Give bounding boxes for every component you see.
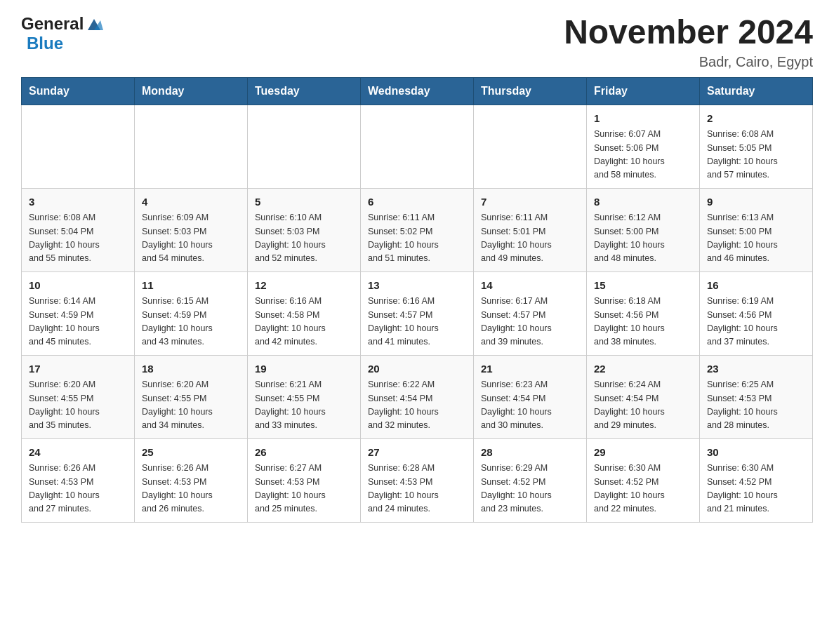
day-info: Sunrise: 6:16 AM Sunset: 4:58 PM Dayligh… <box>255 295 353 349</box>
calendar-cell: 7Sunrise: 6:11 AM Sunset: 5:01 PM Daylig… <box>474 188 587 271</box>
day-number: 10 <box>29 278 127 294</box>
day-header-tuesday: Tuesday <box>248 77 361 105</box>
day-number: 13 <box>368 278 466 294</box>
day-header-friday: Friday <box>587 77 700 105</box>
calendar-header: SundayMondayTuesdayWednesdayThursdayFrid… <box>22 77 813 105</box>
day-number: 26 <box>255 445 353 461</box>
calendar-title: November 2024 <box>564 14 813 51</box>
logo-general-text: General <box>21 14 84 34</box>
week-row-4: 17Sunrise: 6:20 AM Sunset: 4:55 PM Dayli… <box>22 355 813 438</box>
calendar-table: SundayMondayTuesdayWednesdayThursdayFrid… <box>21 77 813 523</box>
title-block: November 2024 Badr, Cairo, Egypt <box>564 14 813 70</box>
calendar-cell: 5Sunrise: 6:10 AM Sunset: 5:03 PM Daylig… <box>248 188 361 271</box>
day-info: Sunrise: 6:15 AM Sunset: 4:59 PM Dayligh… <box>142 295 240 349</box>
calendar-cell: 19Sunrise: 6:21 AM Sunset: 4:55 PM Dayli… <box>248 355 361 438</box>
day-info: Sunrise: 6:08 AM Sunset: 5:05 PM Dayligh… <box>707 128 805 182</box>
day-number: 5 <box>255 194 353 210</box>
day-info: Sunrise: 6:11 AM Sunset: 5:01 PM Dayligh… <box>481 211 579 266</box>
day-info: Sunrise: 6:30 AM Sunset: 4:52 PM Dayligh… <box>707 462 805 516</box>
day-info: Sunrise: 6:26 AM Sunset: 4:53 PM Dayligh… <box>142 462 240 516</box>
day-info: Sunrise: 6:12 AM Sunset: 5:00 PM Dayligh… <box>594 211 692 266</box>
calendar-cell: 1Sunrise: 6:07 AM Sunset: 5:06 PM Daylig… <box>587 105 700 188</box>
day-number: 21 <box>481 361 579 377</box>
day-info: Sunrise: 6:18 AM Sunset: 4:56 PM Dayligh… <box>594 295 692 349</box>
calendar-cell: 15Sunrise: 6:18 AM Sunset: 4:56 PM Dayli… <box>587 271 700 355</box>
day-info: Sunrise: 6:20 AM Sunset: 4:55 PM Dayligh… <box>142 378 240 433</box>
day-number: 20 <box>368 361 466 377</box>
day-info: Sunrise: 6:11 AM Sunset: 5:02 PM Dayligh… <box>368 211 466 266</box>
day-number: 14 <box>481 278 579 294</box>
day-header-saturday: Saturday <box>700 77 813 105</box>
day-number: 19 <box>255 361 353 377</box>
day-info: Sunrise: 6:30 AM Sunset: 4:52 PM Dayligh… <box>594 462 692 516</box>
day-info: Sunrise: 6:17 AM Sunset: 4:57 PM Dayligh… <box>481 295 579 349</box>
calendar-cell: 30Sunrise: 6:30 AM Sunset: 4:52 PM Dayli… <box>700 438 813 522</box>
calendar-cell: 29Sunrise: 6:30 AM Sunset: 4:52 PM Dayli… <box>587 438 700 522</box>
day-info: Sunrise: 6:09 AM Sunset: 5:03 PM Dayligh… <box>142 211 240 266</box>
day-info: Sunrise: 6:10 AM Sunset: 5:03 PM Dayligh… <box>255 211 353 266</box>
day-number: 3 <box>29 194 127 210</box>
day-number: 12 <box>255 278 353 294</box>
calendar-cell <box>361 105 474 188</box>
calendar-cell: 26Sunrise: 6:27 AM Sunset: 4:53 PM Dayli… <box>248 438 361 522</box>
calendar-cell: 17Sunrise: 6:20 AM Sunset: 4:55 PM Dayli… <box>22 355 135 438</box>
day-number: 30 <box>707 445 805 461</box>
day-number: 8 <box>594 194 692 210</box>
day-number: 9 <box>707 194 805 210</box>
day-info: Sunrise: 6:08 AM Sunset: 5:04 PM Dayligh… <box>29 211 127 266</box>
day-number: 7 <box>481 194 579 210</box>
day-header-thursday: Thursday <box>474 77 587 105</box>
day-header-sunday: Sunday <box>22 77 135 105</box>
week-row-5: 24Sunrise: 6:26 AM Sunset: 4:53 PM Dayli… <box>22 438 813 522</box>
day-info: Sunrise: 6:14 AM Sunset: 4:59 PM Dayligh… <box>29 295 127 349</box>
calendar-cell: 10Sunrise: 6:14 AM Sunset: 4:59 PM Dayli… <box>22 271 135 355</box>
day-number: 2 <box>707 111 805 127</box>
calendar-cell: 16Sunrise: 6:19 AM Sunset: 4:56 PM Dayli… <box>700 271 813 355</box>
day-number: 28 <box>481 445 579 461</box>
day-header-monday: Monday <box>135 77 248 105</box>
calendar-cell <box>135 105 248 188</box>
calendar-cell: 18Sunrise: 6:20 AM Sunset: 4:55 PM Dayli… <box>135 355 248 438</box>
week-row-2: 3Sunrise: 6:08 AM Sunset: 5:04 PM Daylig… <box>22 188 813 271</box>
calendar-cell <box>474 105 587 188</box>
day-info: Sunrise: 6:25 AM Sunset: 4:53 PM Dayligh… <box>707 378 805 433</box>
day-header-wednesday: Wednesday <box>361 77 474 105</box>
day-number: 27 <box>368 445 466 461</box>
calendar-cell: 2Sunrise: 6:08 AM Sunset: 5:05 PM Daylig… <box>700 105 813 188</box>
day-number: 22 <box>594 361 692 377</box>
day-info: Sunrise: 6:24 AM Sunset: 4:54 PM Dayligh… <box>594 378 692 433</box>
calendar-body: 1Sunrise: 6:07 AM Sunset: 5:06 PM Daylig… <box>22 105 813 522</box>
day-number: 24 <box>29 445 127 461</box>
day-number: 4 <box>142 194 240 210</box>
day-info: Sunrise: 6:07 AM Sunset: 5:06 PM Dayligh… <box>594 128 692 182</box>
calendar-cell: 4Sunrise: 6:09 AM Sunset: 5:03 PM Daylig… <box>135 188 248 271</box>
day-number: 16 <box>707 278 805 294</box>
day-info: Sunrise: 6:21 AM Sunset: 4:55 PM Dayligh… <box>255 378 353 433</box>
calendar-cell: 14Sunrise: 6:17 AM Sunset: 4:57 PM Dayli… <box>474 271 587 355</box>
calendar-cell: 23Sunrise: 6:25 AM Sunset: 4:53 PM Dayli… <box>700 355 813 438</box>
day-number: 6 <box>368 194 466 210</box>
calendar-cell: 11Sunrise: 6:15 AM Sunset: 4:59 PM Dayli… <box>135 271 248 355</box>
calendar-cell: 21Sunrise: 6:23 AM Sunset: 4:54 PM Dayli… <box>474 355 587 438</box>
week-row-3: 10Sunrise: 6:14 AM Sunset: 4:59 PM Dayli… <box>22 271 813 355</box>
calendar-cell: 13Sunrise: 6:16 AM Sunset: 4:57 PM Dayli… <box>361 271 474 355</box>
day-info: Sunrise: 6:29 AM Sunset: 4:52 PM Dayligh… <box>481 462 579 516</box>
day-number: 11 <box>142 278 240 294</box>
calendar-cell: 27Sunrise: 6:28 AM Sunset: 4:53 PM Dayli… <box>361 438 474 522</box>
calendar-cell <box>22 105 135 188</box>
logo-icon <box>85 15 103 33</box>
day-number: 23 <box>707 361 805 377</box>
day-info: Sunrise: 6:23 AM Sunset: 4:54 PM Dayligh… <box>481 378 579 433</box>
day-info: Sunrise: 6:26 AM Sunset: 4:53 PM Dayligh… <box>29 462 127 516</box>
calendar-cell: 25Sunrise: 6:26 AM Sunset: 4:53 PM Dayli… <box>135 438 248 522</box>
calendar-cell: 9Sunrise: 6:13 AM Sunset: 5:00 PM Daylig… <box>700 188 813 271</box>
calendar-cell: 28Sunrise: 6:29 AM Sunset: 4:52 PM Dayli… <box>474 438 587 522</box>
day-number: 15 <box>594 278 692 294</box>
calendar-subtitle: Badr, Cairo, Egypt <box>564 54 813 70</box>
day-info: Sunrise: 6:20 AM Sunset: 4:55 PM Dayligh… <box>29 378 127 433</box>
day-number: 18 <box>142 361 240 377</box>
day-number: 29 <box>594 445 692 461</box>
calendar-cell: 8Sunrise: 6:12 AM Sunset: 5:00 PM Daylig… <box>587 188 700 271</box>
header: General Blue November 2024 Badr, Cairo, … <box>21 14 813 70</box>
calendar-cell: 3Sunrise: 6:08 AM Sunset: 5:04 PM Daylig… <box>22 188 135 271</box>
